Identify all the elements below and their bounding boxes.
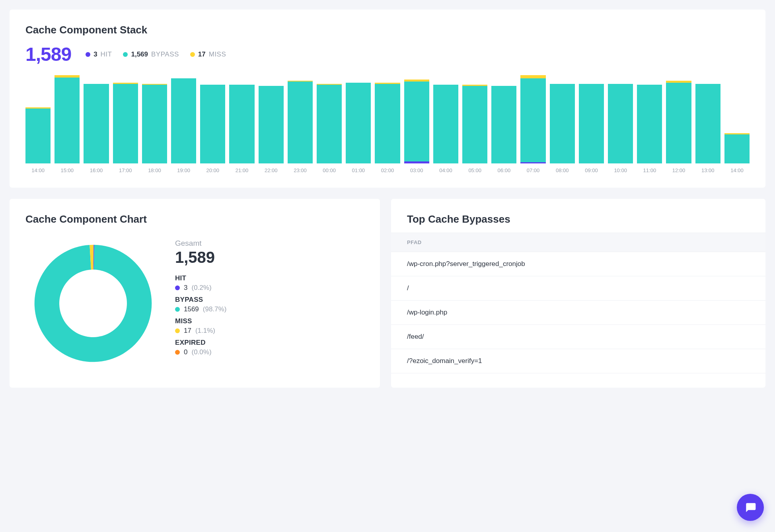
bar-stack	[317, 84, 342, 163]
stack-chart: 14:0015:0016:0017:0018:0019:0020:0021:00…	[25, 70, 750, 173]
bar-column: 20:00	[200, 85, 225, 173]
cache-component-stack-card: Cache Component Stack 1,589 3 HIT 1,569 …	[10, 10, 765, 188]
bypasses-title: Top Cache Bypasses	[407, 213, 750, 225]
bar-column: 08:00	[550, 84, 575, 173]
bar-x-label: 07:00	[527, 167, 540, 173]
bar-column: 09:00	[579, 84, 604, 173]
bar-stack	[579, 84, 604, 163]
bar-stack	[375, 83, 400, 163]
bar-column: 11:00	[637, 85, 662, 173]
bar-column: 13:00	[695, 84, 720, 173]
dot-icon	[175, 350, 180, 355]
donut-legend-value: 3	[184, 284, 187, 292]
bar-segment-bypass	[520, 78, 545, 162]
table-row[interactable]: /feed/	[391, 325, 765, 349]
bar-segment-bypass	[579, 84, 604, 163]
legend-value: 3	[93, 50, 97, 58]
bar-segment-bypass	[695, 84, 720, 163]
donut-legend-item-bypass: BYPASS 1569 (98.7%)	[175, 296, 226, 313]
bar-x-label: 06:00	[498, 167, 511, 173]
cache-component-chart-card: Cache Component Chart Gesamt 1,589 HIT 3…	[10, 199, 380, 388]
bar-x-label: 15:00	[61, 167, 74, 173]
bar-column: 14:00	[25, 107, 51, 173]
bar-column: 23:00	[288, 81, 313, 173]
donut-chart	[25, 236, 161, 371]
bar-column: 05:00	[462, 85, 487, 173]
bar-column: 12:00	[666, 81, 691, 173]
bar-stack	[25, 107, 51, 163]
bar-segment-bypass	[142, 85, 167, 163]
bar-x-label: 02:00	[381, 167, 394, 173]
bar-x-label: 01:00	[352, 167, 365, 173]
bar-segment-bypass	[637, 85, 662, 163]
bar-segment-hit	[520, 162, 545, 163]
bar-stack	[608, 84, 633, 163]
donut-total-value: 1,589	[175, 249, 226, 266]
donut-legend-item-expired: EXPIRED 0 (0.0%)	[175, 339, 226, 356]
bar-stack	[550, 84, 575, 163]
bar-segment-bypass	[404, 82, 429, 161]
bar-x-label: 20:00	[206, 167, 220, 173]
bar-stack	[520, 75, 545, 163]
donut-legend-pct: (98.7%)	[203, 305, 227, 313]
bar-column: 18:00	[142, 84, 167, 173]
bar-stack	[55, 75, 80, 163]
bar-stack	[142, 84, 167, 163]
bar-stack	[171, 78, 196, 163]
bar-segment-bypass	[288, 82, 313, 163]
donut-total-label: Gesamt	[175, 239, 226, 248]
bar-x-label: 12:00	[672, 167, 685, 173]
bar-stack	[259, 86, 284, 163]
bar-column: 04:00	[433, 85, 458, 173]
donut-legend-item-miss: MISS 17 (1.1%)	[175, 317, 226, 335]
bar-x-label: 22:00	[265, 167, 278, 173]
table-row[interactable]: /wp-cron.php?server_triggered_cronjob	[391, 252, 765, 276]
bar-x-label: 14:00	[31, 167, 45, 173]
table-row[interactable]: /?ezoic_domain_verify=1	[391, 349, 765, 373]
bar-x-label: 09:00	[585, 167, 598, 173]
table-row[interactable]: /wp-login.php	[391, 301, 765, 325]
bar-stack	[229, 85, 254, 163]
bar-segment-bypass	[608, 84, 633, 163]
bar-column: 06:00	[491, 86, 516, 173]
bypasses-table-header: PFAD	[391, 233, 765, 252]
bar-stack	[84, 84, 109, 163]
donut-legend-name: MISS	[175, 317, 226, 325]
donut-legend-item-hit: HIT 3 (0.2%)	[175, 274, 226, 292]
bar-column: 03:00	[404, 80, 429, 173]
bar-segment-bypass	[724, 134, 750, 163]
bar-segment-bypass	[200, 85, 225, 163]
bar-x-label: 21:00	[236, 167, 249, 173]
bar-stack	[288, 81, 313, 163]
bar-stack	[637, 85, 662, 163]
bar-stack	[200, 85, 225, 163]
bar-segment-hit	[404, 161, 429, 163]
top-cache-bypasses-card: Top Cache Bypasses PFAD /wp-cron.php?ser…	[391, 199, 765, 388]
bar-x-label: 16:00	[90, 167, 103, 173]
bar-column: 02:00	[375, 83, 400, 173]
dot-icon	[175, 285, 180, 290]
bar-stack	[113, 83, 138, 163]
bar-x-label: 05:00	[468, 167, 481, 173]
dot-icon	[190, 52, 195, 57]
bar-segment-bypass	[229, 85, 254, 163]
legend-label: BYPASS	[151, 50, 179, 58]
bar-column: 19:00	[171, 78, 196, 173]
bar-segment-bypass	[491, 86, 516, 163]
bar-x-label: 00:00	[323, 167, 336, 173]
donut-legend-pct: (0.0%)	[191, 348, 211, 356]
bar-segment-bypass	[113, 84, 138, 163]
stack-header: 1,589 3 HIT 1,569 BYPASS 17 MISS	[25, 43, 750, 65]
bar-x-label: 11:00	[643, 167, 656, 173]
bar-x-label: 08:00	[556, 167, 569, 173]
bar-x-label: 17:00	[119, 167, 132, 173]
bar-stack	[404, 80, 429, 163]
legend-label: MISS	[209, 50, 226, 58]
bar-stack	[346, 83, 371, 163]
bar-stack	[462, 85, 487, 163]
legend-value: 17	[198, 50, 206, 58]
stack-total: 1,589	[25, 43, 71, 65]
bar-x-label: 10:00	[614, 167, 627, 173]
bar-column: 10:00	[608, 84, 633, 173]
table-row[interactable]: /	[391, 276, 765, 301]
